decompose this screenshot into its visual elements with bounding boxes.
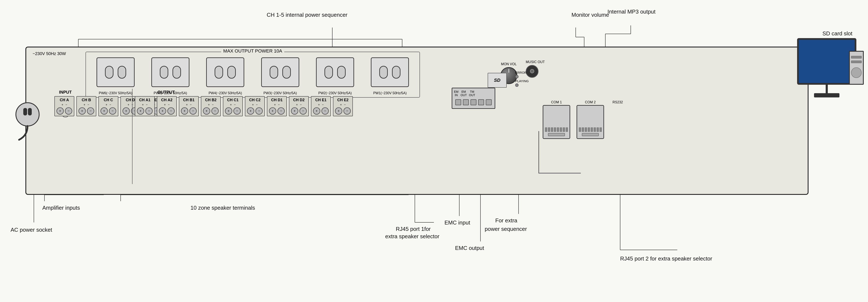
mon-vol-label: MON VOL	[500, 62, 517, 66]
monitor	[797, 38, 856, 85]
sd-slot: SD	[488, 73, 507, 88]
tm-out-pin	[470, 99, 476, 105]
outlet-pin-left	[215, 66, 223, 79]
outlet-pin-right	[282, 66, 291, 79]
ch-c2-output: CH C2 +− + −	[245, 96, 265, 116]
svg-text:EMC output: EMC output	[455, 245, 484, 251]
computer-illustration	[790, 38, 864, 119]
drive-disc	[851, 67, 862, 78]
outlet-pw6	[96, 57, 134, 87]
em-out-pin	[463, 99, 469, 105]
rj45-latch2	[582, 133, 599, 136]
power-outlets-section: MAX OUTPUT POWER 10A	[86, 52, 420, 98]
ch-c-plus-screw: +	[100, 108, 108, 115]
ch-b-minus-screw: −	[87, 108, 94, 115]
extra-sequencer-bracket	[538, 131, 581, 174]
svg-text:For extra: For extra	[495, 217, 518, 224]
power-outlets-row	[88, 54, 417, 90]
error-label: ERROR	[515, 71, 527, 74]
outlet-pw5	[151, 57, 189, 87]
emc-labels-row: EMIN EMOUT TMOUT	[454, 90, 493, 97]
power-cord-area	[10, 102, 44, 145]
monitor-stand	[826, 85, 828, 93]
com1-label: COM 1	[543, 100, 570, 104]
outlet-pin-right	[173, 66, 181, 79]
monitor-volume-label: Monitor volume	[571, 12, 609, 18]
ch-b-input: CH B +− + −	[76, 96, 96, 116]
pw3-label: PW3(~230V 50Hz/5A)	[264, 91, 297, 95]
com2-label: COM 2	[577, 100, 604, 104]
music-out-area: MUSIC OUT	[526, 60, 545, 78]
music-out-label: MUSIC OUT	[526, 60, 545, 64]
svg-text:Amplifier inputs: Amplifier inputs	[42, 205, 80, 211]
computer-tower	[849, 51, 864, 85]
ch-a2-output: CH A2 +− + −	[157, 96, 177, 116]
sd-card-area: SD	[488, 73, 507, 88]
monitor-screen	[799, 40, 855, 83]
outlet-pw1	[371, 57, 409, 87]
ch-a-plus-screw: +	[57, 108, 64, 115]
outlet-pin-left	[160, 66, 168, 79]
emc-pin-row	[454, 98, 493, 107]
em-in-label: EMIN	[454, 90, 459, 97]
svg-rect-38	[28, 108, 32, 115]
pw4-label: PW4(~230V 50Hz/5A)	[209, 91, 242, 95]
em-in-pin	[455, 99, 461, 105]
ch-sequencer-label: CH 1-5 internal power sequencer	[267, 12, 347, 18]
page: Amplifier inputs 10 zone speaker termina…	[0, 0, 868, 302]
ch-d1-output: CH D1 +− + −	[267, 96, 287, 116]
outlet-pw2	[316, 57, 354, 87]
rs232-area: RS232	[613, 100, 623, 105]
outlet-pw3	[261, 57, 299, 87]
internal-mp3-label: Internal MP3 output	[608, 8, 655, 15]
drive-slot-2	[851, 61, 862, 63]
ch-a1-output: CH A1 +− + −	[135, 96, 155, 116]
output-label: OUTPUT	[157, 90, 175, 95]
pw2-label: PW2(~230V 50Hz/5A)	[318, 91, 352, 95]
error-led	[515, 75, 519, 78]
outlet-pw4	[206, 57, 244, 87]
playing-label: PLAYING	[515, 79, 529, 83]
em-out-label: EMOUT	[461, 90, 467, 97]
playing-area: PLAYING	[515, 79, 529, 87]
max-output-label: MAX OUTPUT POWER 10A	[221, 48, 284, 54]
svg-text:power sequencer: power sequencer	[485, 226, 527, 232]
power-cord-svg	[10, 102, 44, 144]
ch-d-plus-screw: +	[123, 108, 130, 115]
pw1-label: PW1(~230V 50Hz/5A)	[373, 91, 407, 95]
outlet-pin-left	[379, 66, 388, 79]
ch-c-input: CH C +− + −	[98, 96, 118, 116]
playing-led	[515, 84, 519, 87]
drive-slot-1	[851, 56, 862, 58]
outlet-pin-right	[337, 66, 346, 79]
power-labels-row: PW6(~230V 50Hz/5A) PW5(~230V 50Hz/5A) PW…	[88, 90, 417, 95]
svg-text:extra speaker selector: extra speaker selector	[385, 233, 439, 240]
outlet-pin-left	[270, 66, 278, 79]
pw6-label: PW6(~230V 50Hz/5A)	[99, 91, 132, 95]
device-panel: ~230V 50Hz 30W MAX OUTPUT POWER 10A	[25, 47, 808, 195]
monitor-base	[814, 93, 839, 97]
music-out-jack	[526, 65, 538, 78]
svg-text:10 zone speaker terminals: 10 zone speaker terminals	[190, 205, 255, 211]
svg-text:RJ45 port 2 for extra speaker : RJ45 port 2 for extra speaker selector	[620, 255, 712, 262]
ch-a-input: CH A +− + −	[54, 96, 74, 116]
svg-rect-37	[23, 108, 27, 115]
ch-b1-output: CH B1 +− + −	[179, 96, 199, 116]
svg-text:RJ45 port 1for: RJ45 port 1for	[396, 226, 431, 232]
ch-d2-output: CH D2 +− + −	[289, 96, 309, 116]
outlet-pin-left	[105, 66, 114, 79]
outlet-pin-right	[118, 66, 126, 79]
rs232-label: RS232	[613, 100, 623, 104]
ch-c1-output: CH C1 +− + −	[223, 96, 243, 116]
error-area: ERROR	[515, 71, 527, 78]
svg-text:EMC input: EMC input	[444, 219, 470, 226]
ch-b2-output: CH B2 +− + −	[201, 96, 221, 116]
ch-e2-output: CH E2 +− + −	[333, 96, 353, 116]
ac-socket-label: AC power socket	[10, 227, 52, 233]
input-output-divider	[132, 89, 132, 184]
outlet-pin-left	[324, 66, 333, 79]
svg-point-36	[16, 103, 39, 126]
ch-c-minus-screw: −	[109, 108, 116, 115]
tm-out-label: TMOUT	[469, 90, 475, 97]
input-label: INPUT	[59, 90, 72, 95]
